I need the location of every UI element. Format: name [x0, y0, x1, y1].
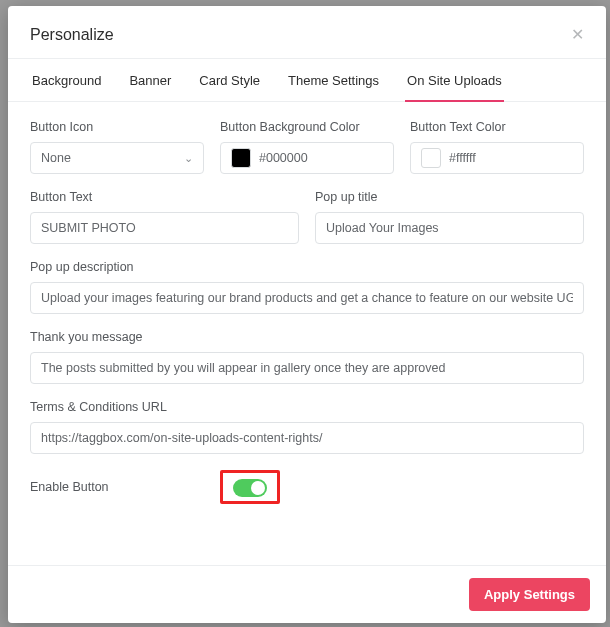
bg-color-value: #000000: [259, 151, 308, 165]
button-text-input[interactable]: [30, 212, 299, 244]
terms-url-input[interactable]: [30, 422, 584, 454]
popup-title-input[interactable]: [315, 212, 584, 244]
modal-header: Personalize ✕: [8, 6, 606, 59]
popup-desc-label: Pop up description: [30, 260, 584, 274]
tab-background[interactable]: Background: [30, 73, 103, 102]
text-color-input[interactable]: #ffffff: [410, 142, 584, 174]
modal-body: Button Icon None ⌄ Button Background Col…: [8, 102, 606, 565]
bg-color-swatch: [231, 148, 251, 168]
tab-card-style[interactable]: Card Style: [197, 73, 262, 102]
enable-button-highlight: [220, 470, 280, 504]
button-text-field[interactable]: [41, 221, 288, 235]
popup-title-label: Pop up title: [315, 190, 584, 204]
thank-you-label: Thank you message: [30, 330, 584, 344]
tab-banner[interactable]: Banner: [127, 73, 173, 102]
modal-title: Personalize: [30, 26, 114, 44]
tab-bar: Background Banner Card Style Theme Setti…: [8, 59, 606, 102]
personalize-modal: Personalize ✕ Background Banner Card Sty…: [8, 6, 606, 623]
apply-settings-button[interactable]: Apply Settings: [469, 578, 590, 611]
button-icon-label: Button Icon: [30, 120, 204, 134]
enable-button-toggle[interactable]: [233, 479, 267, 497]
bg-color-input[interactable]: #000000: [220, 142, 394, 174]
text-color-value: #ffffff: [449, 151, 476, 165]
terms-url-label: Terms & Conditions URL: [30, 400, 584, 414]
bg-color-label: Button Background Color: [220, 120, 394, 134]
popup-title-field[interactable]: [326, 221, 573, 235]
popup-desc-field[interactable]: [41, 291, 573, 305]
thank-you-input[interactable]: [30, 352, 584, 384]
button-icon-value: None: [41, 151, 71, 165]
button-icon-select[interactable]: None ⌄: [30, 142, 204, 174]
close-icon[interactable]: ✕: [571, 27, 584, 43]
modal-footer: Apply Settings: [8, 565, 606, 623]
chevron-down-icon: ⌄: [184, 152, 193, 165]
terms-url-field[interactable]: [41, 431, 573, 445]
text-color-swatch: [421, 148, 441, 168]
enable-button-row: Enable Button: [30, 470, 584, 504]
enable-button-label: Enable Button: [30, 480, 220, 494]
tab-theme-settings[interactable]: Theme Settings: [286, 73, 381, 102]
button-text-label: Button Text: [30, 190, 299, 204]
tab-on-site-uploads[interactable]: On Site Uploads: [405, 73, 504, 102]
text-color-label: Button Text Color: [410, 120, 584, 134]
popup-desc-input[interactable]: [30, 282, 584, 314]
thank-you-field[interactable]: [41, 361, 573, 375]
